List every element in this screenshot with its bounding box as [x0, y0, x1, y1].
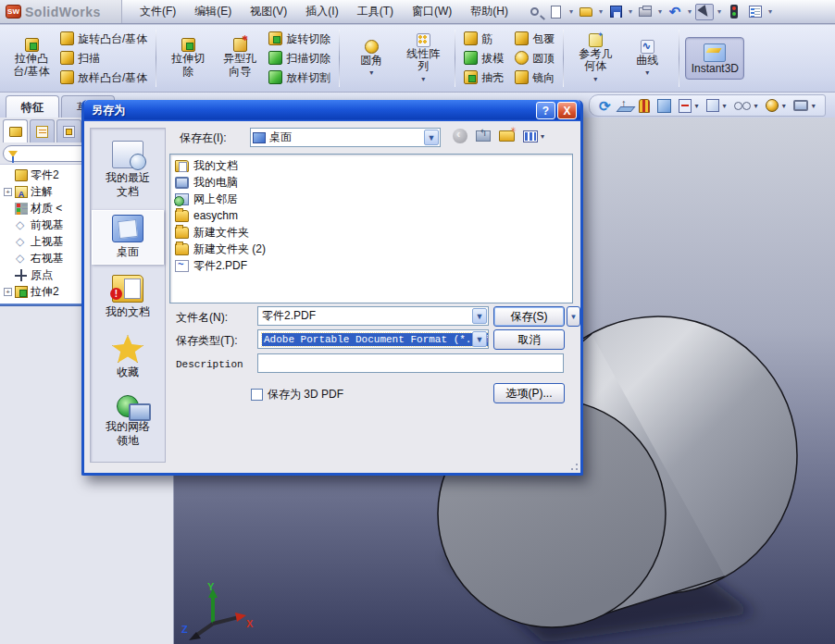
- dome-button[interactable]: 圆顶: [512, 50, 557, 68]
- print-button[interactable]: [636, 4, 654, 20]
- dialog-close-button[interactable]: X: [557, 102, 577, 119]
- revolve-boss-button[interactable]: 旋转凸台/基体: [57, 31, 150, 48]
- file-list-item[interactable]: 新建文件夹: [172, 224, 570, 241]
- place-item[interactable]: 我的网络领地: [92, 390, 164, 453]
- menu-item[interactable]: 工具(T): [349, 0, 402, 23]
- extrude-cut-button[interactable]: 拉伸切除: [162, 36, 214, 80]
- dropdown-caret[interactable]: ▾: [782, 102, 786, 110]
- description-field[interactable]: [257, 353, 564, 373]
- extrude-boss-button[interactable]: 拉伸凸台/基体: [6, 36, 57, 80]
- place-item[interactable]: 桌面: [92, 210, 164, 265]
- interference-check-button[interactable]: [725, 4, 743, 20]
- dropdown-caret[interactable]: ▾: [812, 102, 816, 110]
- select-tool-button[interactable]: [695, 4, 714, 20]
- linear-pattern-button[interactable]: 线性阵列 ▾: [397, 31, 449, 86]
- menu-item[interactable]: 窗口(W): [404, 0, 460, 23]
- sweep-button[interactable]: 扫描: [57, 50, 150, 68]
- menu-item[interactable]: 帮助(H): [462, 0, 517, 23]
- new-document-button[interactable]: [547, 4, 566, 20]
- dropdown-caret[interactable]: ▾: [658, 7, 662, 16]
- edit-appearance-icon[interactable]: [766, 99, 779, 112]
- reference-geometry-dropdown-caret[interactable]: ▾: [593, 75, 597, 83]
- view-menu-button[interactable]: [523, 130, 538, 142]
- new-folder-button[interactable]: [499, 130, 515, 142]
- fillet-dropdown-caret[interactable]: ▾: [369, 68, 373, 77]
- shell-button[interactable]: 抽壳: [461, 69, 506, 87]
- menu-item[interactable]: 编辑(E): [186, 0, 240, 23]
- dropdown-caret[interactable]: ▾: [688, 7, 692, 16]
- combo-arrow-icon[interactable]: ▼: [472, 331, 487, 347]
- expand-plus-icon[interactable]: +: [4, 188, 12, 196]
- cancel-button[interactable]: 取消: [493, 329, 565, 350]
- fillet-button[interactable]: 圆角 ▾: [345, 38, 397, 80]
- dropdown-caret[interactable]: ▾: [768, 7, 772, 16]
- search-button[interactable]: [526, 4, 544, 20]
- configuration-manager-tab[interactable]: [56, 119, 81, 142]
- file-list-item[interactable]: 我的文档: [172, 157, 570, 174]
- sweep-cut-button[interactable]: 扫描切除: [266, 50, 333, 68]
- resize-grip[interactable]: [567, 460, 579, 471]
- up-one-level-button[interactable]: [476, 130, 491, 142]
- instant3d-toggle-button[interactable]: Instant3D: [685, 37, 744, 80]
- open-button[interactable]: [577, 4, 595, 20]
- options-list-button[interactable]: [746, 4, 765, 20]
- revolve-cut-button[interactable]: 旋转切除: [266, 31, 333, 48]
- hole-wizard-button[interactable]: 异型孔向导: [214, 36, 266, 80]
- dialog-title-bar[interactable]: 另存为 ? X: [84, 100, 580, 121]
- menu-item[interactable]: 文件(F): [131, 0, 184, 23]
- loft-boss-button[interactable]: 放样凸台/基体: [57, 69, 150, 87]
- dropdown-caret[interactable]: ▾: [723, 102, 727, 110]
- loft-cut-button[interactable]: 放样切割: [266, 69, 333, 87]
- normal-to-icon[interactable]: [618, 98, 631, 113]
- save-split-caret[interactable]: ▼: [567, 306, 580, 327]
- save-in-combobox[interactable]: 桌面 ▼: [250, 128, 441, 147]
- combo-arrow-icon[interactable]: ▼: [472, 308, 487, 324]
- rib-button[interactable]: 筋: [461, 31, 506, 48]
- zoom-to-fit-icon[interactable]: ⟳: [599, 99, 611, 113]
- save-button[interactable]: 保存(S): [493, 306, 565, 327]
- file-name-combobox[interactable]: 零件2.PDF ▼: [257, 306, 489, 326]
- save-3dpdf-checkbox[interactable]: [251, 389, 263, 401]
- property-manager-tab[interactable]: [30, 119, 55, 142]
- apply-scene-icon[interactable]: [793, 100, 808, 111]
- back-button[interactable]: [453, 129, 467, 143]
- curves-dropdown-caret[interactable]: ▾: [645, 68, 649, 77]
- hide-show-items-icon[interactable]: [734, 101, 751, 110]
- mirror-button[interactable]: 镜向: [512, 69, 557, 87]
- dropdown-caret[interactable]: ▾: [629, 7, 632, 16]
- options-button[interactable]: 选项(P)...: [493, 383, 565, 403]
- dropdown-caret[interactable]: ▾: [569, 7, 573, 16]
- file-list[interactable]: 我的文档 我的电脑 网上邻居 easychm: [169, 154, 573, 303]
- tab-features[interactable]: 特征: [6, 95, 59, 120]
- combo-arrow-icon[interactable]: ▼: [424, 130, 439, 145]
- view-orientation-icon[interactable]: [657, 99, 671, 113]
- display-style-icon[interactable]: [706, 99, 719, 112]
- view-menu-caret[interactable]: ▾: [541, 132, 544, 141]
- wrap-button[interactable]: 包覆: [512, 31, 557, 48]
- draft-button[interactable]: 拔模: [461, 50, 506, 68]
- file-list-item[interactable]: 新建文件夹 (2): [172, 241, 570, 257]
- linear-pattern-dropdown-caret[interactable]: ▾: [421, 75, 425, 83]
- place-item[interactable]: 我的文档: [92, 270, 164, 325]
- file-list-item[interactable]: 网上邻居: [172, 191, 570, 207]
- undo-button[interactable]: ↶: [666, 4, 684, 20]
- dropdown-caret[interactable]: ▾: [754, 102, 758, 110]
- dropdown-caret[interactable]: ▾: [599, 7, 603, 16]
- save-button-toolbar[interactable]: [606, 4, 625, 20]
- place-item[interactable]: 收藏: [92, 330, 164, 385]
- dropdown-caret[interactable]: ▾: [695, 102, 699, 110]
- section-view-icon[interactable]: [639, 99, 650, 113]
- dialog-help-button[interactable]: ?: [536, 102, 555, 119]
- save-type-combobox[interactable]: Adobe Portable Document Format (*.pdf) ▼: [257, 329, 489, 349]
- file-list-item[interactable]: 零件2.PDF: [172, 257, 570, 274]
- menu-item[interactable]: 视图(V): [242, 0, 295, 23]
- expand-plus-icon[interactable]: +: [4, 288, 12, 296]
- section-tools-icon[interactable]: [679, 99, 692, 113]
- file-list-item[interactable]: 我的电脑: [172, 174, 570, 191]
- reference-geometry-button[interactable]: 参考几何体 ▾: [569, 31, 621, 86]
- place-item[interactable]: 我的最近文档: [92, 136, 164, 204]
- file-list-item[interactable]: easychm: [172, 207, 570, 224]
- dropdown-caret[interactable]: ▾: [717, 7, 721, 16]
- feature-manager-tab[interactable]: [3, 119, 28, 142]
- curves-button[interactable]: 曲线 ▾: [621, 38, 673, 80]
